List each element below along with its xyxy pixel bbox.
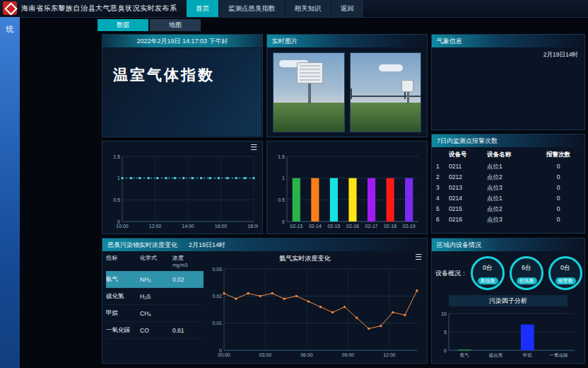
svg-text:0.5: 0.5 xyxy=(113,197,120,202)
pollutant-table-body: 氨气NH₃0.02硫化氢H₂S甲烷CH₄一氧化碳CO0.61 xyxy=(106,271,204,339)
alarm-count: 0 xyxy=(541,161,576,172)
alarm-table-row: 60216点位30 xyxy=(432,214,584,225)
pollutant-row[interactable]: 硫化氢H₂S xyxy=(106,288,204,305)
alarm-table-body: 10211点位1020212点位2030213点位3040214点位105021… xyxy=(432,161,584,225)
stat-value: 0台 xyxy=(551,263,580,272)
monitor-pole xyxy=(308,81,311,105)
monitor-pole xyxy=(407,90,409,104)
clock-datetime: 2022年2月19日 14:17:03 下午好 xyxy=(102,35,262,47)
row-index: 2 xyxy=(436,172,449,183)
col-value-label: 浓度 xyxy=(172,255,184,261)
svg-text:0.01: 0.01 xyxy=(212,321,222,326)
factor-title: 污染因子分析 xyxy=(449,295,568,306)
pollutant-formula: H₂S xyxy=(140,293,172,300)
app-logo-icon xyxy=(3,1,17,15)
photo-grass xyxy=(351,103,421,132)
svg-text:0.5: 0.5 xyxy=(278,197,285,202)
pollutant-table: 指标 化学式 浓度mg/m3 氨气NH₃0.02硫化氢H₂S甲烷CH₄一氧化碳C… xyxy=(106,255,204,339)
svg-text:10: 10 xyxy=(441,311,447,316)
col-device-name: 设备名称 xyxy=(487,151,541,159)
svg-text:0.03: 0.03 xyxy=(212,267,222,272)
col-indicator: 指标 xyxy=(106,255,140,269)
nav-item-3[interactable]: 相关知识 xyxy=(286,0,331,17)
col-device-id: 设备号 xyxy=(449,151,487,159)
device-id: 0211 xyxy=(449,161,487,172)
row-index: 5 xyxy=(436,204,449,214)
pollutant-formula: CH₄ xyxy=(140,310,172,317)
row-index: 1 xyxy=(436,161,449,172)
device-stat-circle: 6台在线数 xyxy=(510,256,543,290)
logo-diamond-icon xyxy=(4,2,17,15)
view-tabs: 数据地图 xyxy=(98,19,202,31)
col-value-unit: mg/m3 xyxy=(172,262,202,269)
chart-menu-icon[interactable]: ☰ xyxy=(250,143,257,152)
col-formula: 化学式 xyxy=(140,255,172,269)
svg-text:0: 0 xyxy=(282,219,285,224)
svg-text:14:00: 14:00 xyxy=(182,224,194,229)
svg-text:02-19: 02-19 xyxy=(403,224,416,229)
pollutant-name: 硫化氢 xyxy=(106,292,140,301)
alarm-count: 0 xyxy=(541,172,576,183)
stat-value: 0台 xyxy=(473,263,502,272)
svg-text:10:00: 10:00 xyxy=(116,224,129,229)
nav-item-2[interactable]: 监测点恶臭指数 xyxy=(219,0,286,17)
svg-text:甲烷: 甲烷 xyxy=(523,352,533,357)
alarm-table-row: 20212点位20 xyxy=(432,172,584,183)
pollutant-row[interactable]: 一氧化碳CO0.61 xyxy=(106,322,204,339)
panel-clock: 2022年2月19日 14:17:03 下午好 温室气体指数 xyxy=(102,34,263,137)
chart-menu-icon[interactable]: ☰ xyxy=(415,253,422,262)
pollutant-row[interactable]: 甲烷CH₄ xyxy=(106,305,204,322)
monitor-device xyxy=(297,62,323,84)
clock-body: 温室气体指数 xyxy=(103,48,261,136)
nav-item-4[interactable]: 返回 xyxy=(331,0,364,17)
svg-text:02-13: 02-13 xyxy=(290,224,302,229)
monitor-photo-2[interactable] xyxy=(350,52,422,132)
nh3-line-chart: 00.010.020.0300:0003:0006:0009:0012:00 xyxy=(204,265,421,360)
col-alarm-count: 报警次数 xyxy=(541,151,576,159)
panel-alarm-table: 7日内监测点报警次数 设备号 设备名称 报警次数 10211点位1020212点… xyxy=(431,134,585,234)
photo-grass xyxy=(274,103,344,132)
device-id: 0215 xyxy=(449,204,487,214)
svg-text:12:00: 12:00 xyxy=(149,224,162,229)
tab-2[interactable]: 地图 xyxy=(150,19,201,31)
dashboard: 海南省乐东黎族自治县大气恶臭状况实时发布系 首页监测点恶臭指数相关知识返回 统 … xyxy=(0,0,588,368)
svg-text:0.02: 0.02 xyxy=(212,294,222,299)
stat-label: 离线数 xyxy=(478,277,498,284)
alarm-count: 0 xyxy=(541,183,576,193)
svg-text:1.5: 1.5 xyxy=(278,154,285,159)
svg-text:一氧化碳: 一氧化碳 xyxy=(550,352,569,358)
panel-concentration: 恶臭污染物实时浓度变化2月19日14时 指标 化学式 浓度mg/m3 氨气NH₃… xyxy=(102,238,428,364)
row-index: 3 xyxy=(436,183,449,193)
device-name: 点位3 xyxy=(487,183,541,193)
device-stats: 0台离线数6台在线数0台报警数 xyxy=(471,256,582,290)
svg-text:12:00: 12:00 xyxy=(383,352,396,357)
pollutant-row[interactable]: 氨气NH₃0.02 xyxy=(106,271,204,288)
stat-label: 在线数 xyxy=(517,277,537,284)
device-overview: 设备概况： 0台离线数6台在线数0台报警数 xyxy=(435,256,583,290)
pollutant-value: 0.02 xyxy=(172,276,202,283)
svg-text:硫化氢: 硫化氢 xyxy=(488,352,503,358)
concentration-header: 恶臭污染物实时浓度变化2月19日14时 xyxy=(102,238,427,251)
svg-text:02-17: 02-17 xyxy=(365,224,378,229)
alarm-table-row: 40214点位10 xyxy=(432,193,584,204)
alarm-header: 7日内监测点报警次数 xyxy=(432,134,584,147)
monitor-photo-1[interactable] xyxy=(273,52,345,132)
device-name: 点位2 xyxy=(487,204,541,214)
alarm-table-head: 设备号 设备名称 报警次数 xyxy=(432,147,584,161)
alarm-table-row: 30213点位30 xyxy=(432,183,584,193)
svg-text:02-15: 02-15 xyxy=(327,224,340,229)
svg-text:09:00: 09:00 xyxy=(342,352,355,357)
pollutant-name: 氨气 xyxy=(106,275,140,284)
alarm-count: 0 xyxy=(541,214,576,225)
nav-item-1[interactable]: 首页 xyxy=(187,0,219,17)
pollutant-name: 甲烷 xyxy=(106,309,140,318)
device-id: 0216 xyxy=(449,214,487,225)
fence-post xyxy=(351,88,352,99)
topbar: 海南省乐东黎族自治县大气恶臭状况实时发布系 首页监测点恶臭指数相关知识返回 xyxy=(0,0,588,18)
svg-text:02-16: 02-16 xyxy=(346,224,359,229)
factor-bar-chart: 0510氨气硫化氢甲烷一氧化碳 xyxy=(436,309,579,360)
svg-text:02-18: 02-18 xyxy=(384,224,396,229)
svg-text:02-14: 02-14 xyxy=(309,224,322,229)
tab-1[interactable]: 数据 xyxy=(98,19,148,31)
app-title: 海南省乐东黎族自治县大气恶臭状况实时发布系 xyxy=(21,0,177,17)
